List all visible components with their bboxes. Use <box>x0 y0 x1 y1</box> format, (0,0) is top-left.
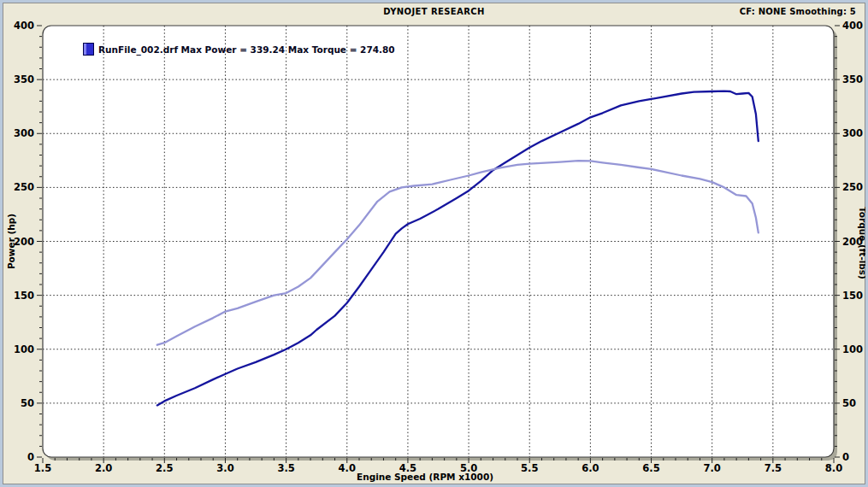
x-tick-label: 1.5 <box>34 462 51 474</box>
y-tick-label-left: 200 <box>14 236 34 248</box>
x-tick-label: 3.0 <box>216 462 233 474</box>
y-tick-label-right: 100 <box>842 343 863 355</box>
x-tick-label: 8.0 <box>825 462 842 474</box>
y-tick-label-right: 400 <box>842 20 863 32</box>
x-tick-label: 3.5 <box>277 462 294 474</box>
plot-area[interactable] <box>43 26 834 457</box>
legend-swatch-icon <box>83 43 94 56</box>
y-tick-label-right: 150 <box>842 290 863 302</box>
x-tick-label: 6.5 <box>642 462 659 474</box>
x-tick-label: 5.5 <box>521 462 538 474</box>
y-tick-label-left: 0 <box>27 451 34 463</box>
dyno-chart: 0050501001001501502002002502503003003503… <box>3 3 868 487</box>
y-tick-label-right: 250 <box>842 181 863 193</box>
y-tick-label-right: 50 <box>842 397 856 409</box>
y-tick-label-right: 0 <box>842 451 849 463</box>
x-tick-label: 7.0 <box>704 462 721 474</box>
y-tick-label-left: 150 <box>14 290 34 302</box>
x-axis-title: Engine Speed (RPM x1000) <box>357 472 493 482</box>
y-tick-label-right: 300 <box>842 127 863 139</box>
x-tick-label: 2.5 <box>156 462 173 474</box>
y-tick-label-left: 100 <box>14 343 34 355</box>
legend: RunFile_002.drf Max Power = 339.24 Max T… <box>83 43 395 56</box>
dyno-chart-window: DYNOJET RESEARCH CF: NONE Smoothing: 5 0… <box>0 0 868 487</box>
y-tick-label-right: 350 <box>842 73 863 85</box>
y-tick-label-left: 400 <box>14 20 34 32</box>
x-tick-label: 7.5 <box>765 462 782 474</box>
legend-label: RunFile_002.drf Max Power = 339.24 Max T… <box>98 44 395 55</box>
x-tick-label: 6.0 <box>582 462 599 474</box>
y-tick-label-left: 50 <box>21 397 34 409</box>
x-tick-label: 4.0 <box>339 462 356 474</box>
y-axis-title-left: Power (hp) <box>6 214 16 269</box>
y-tick-label-left: 350 <box>14 73 34 85</box>
y-tick-label-left: 300 <box>14 127 34 139</box>
y-tick-label-left: 250 <box>14 181 34 193</box>
x-tick-label: 2.0 <box>95 462 112 474</box>
y-axis-title-right: Torque (ft-lbs) <box>858 207 868 279</box>
